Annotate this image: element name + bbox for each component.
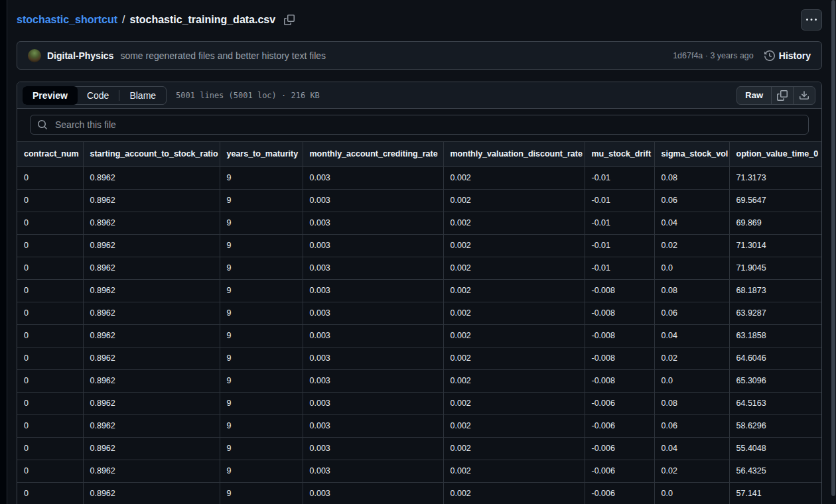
- table-cell: 0.04: [654, 324, 729, 347]
- table-cell: -0.008: [585, 324, 654, 347]
- table-cell: 0: [17, 212, 83, 234]
- table-cell: 69.869: [729, 212, 821, 234]
- table-cell: 65.3096: [729, 369, 821, 392]
- table-cell: -0.006: [585, 414, 654, 437]
- table-cell: 0.002: [443, 482, 585, 504]
- copy-icon: [777, 90, 788, 101]
- table-cell: 63.9287: [729, 302, 821, 324]
- tab-code[interactable]: Code: [77, 87, 119, 104]
- table-cell: 0.02: [654, 234, 729, 257]
- history-button[interactable]: History: [764, 50, 811, 61]
- commit-author[interactable]: Digital-Physics: [47, 50, 113, 61]
- table-cell: -0.008: [585, 279, 654, 302]
- pane-resize-divider[interactable]: [0, 0, 7, 504]
- table-cell: -0.006: [585, 460, 654, 482]
- table-cell: 0.08: [654, 279, 729, 302]
- table-cell: 0.8962: [83, 347, 220, 369]
- table-cell: 0.0: [654, 369, 729, 392]
- copy-path-button[interactable]: [284, 15, 295, 25]
- table-cell: 0.08: [654, 392, 729, 414]
- column-header: years_to_maturity: [220, 142, 303, 166]
- table-cell: 64.6046: [729, 347, 821, 369]
- table-cell: 0.003: [303, 257, 443, 279]
- table-cell: 0.003: [303, 324, 443, 347]
- file-meta-text: 5001 lines (5001 loc) · 216 KB: [176, 91, 320, 100]
- table-cell: 9: [220, 482, 303, 504]
- table-header-row: contract_numstarting_account_to_stock_ra…: [17, 142, 821, 166]
- table-cell: 0.003: [303, 437, 443, 460]
- table-cell: 0.002: [443, 392, 585, 414]
- table-cell: -0.008: [585, 369, 654, 392]
- commit-meta: 1d67f4a · 3 years ago History: [673, 50, 811, 61]
- table-cell: 0.003: [303, 414, 443, 437]
- raw-button[interactable]: Raw: [737, 87, 771, 104]
- table-cell: 0.002: [443, 324, 585, 347]
- table-cell: 0.003: [303, 347, 443, 369]
- avatar[interactable]: [28, 49, 41, 62]
- table-row: 00.896290.0030.002-0.010.0669.5647: [17, 189, 821, 212]
- table-cell: 0.003: [303, 482, 443, 504]
- more-options-button[interactable]: [801, 9, 822, 31]
- search-input[interactable]: [54, 119, 801, 131]
- table-cell: 57.141: [729, 482, 821, 504]
- table-cell: 0.8962: [83, 212, 220, 234]
- vertical-scrollbar[interactable]: [831, 0, 835, 496]
- table-cell: 0.003: [303, 369, 443, 392]
- table-row: 00.896290.0030.002-0.0060.0256.4325: [17, 460, 821, 482]
- table-cell: 0.003: [303, 392, 443, 414]
- download-icon: [799, 90, 809, 101]
- history-icon: [764, 50, 775, 61]
- column-header: monthly_valuation_discount_rate: [443, 142, 585, 166]
- table-cell: 0.002: [443, 166, 585, 189]
- table-cell: 0: [17, 392, 83, 414]
- table-cell: 0.003: [303, 302, 443, 324]
- commit-message[interactable]: some regenerated files and better histor…: [120, 50, 326, 61]
- commit-sha-time[interactable]: 1d67f4a · 3 years ago: [673, 51, 754, 60]
- table-row: 00.896290.0030.002-0.0080.0868.1873: [17, 279, 821, 302]
- table-cell: 9: [220, 257, 303, 279]
- download-button[interactable]: [794, 87, 815, 104]
- table-cell: 0.08: [654, 166, 729, 189]
- table-cell: 0.003: [303, 279, 443, 302]
- table-cell: 9: [220, 414, 303, 437]
- table-cell: 63.1858: [729, 324, 821, 347]
- table-cell: 0: [17, 460, 83, 482]
- table-cell: 0.002: [443, 234, 585, 257]
- table-cell: 0.003: [303, 234, 443, 257]
- table-cell: 68.1873: [729, 279, 821, 302]
- table-cell: 0.8962: [83, 189, 220, 212]
- table-cell: 9: [220, 234, 303, 257]
- table-cell: 71.3014: [729, 234, 821, 257]
- table-row: 00.896290.0030.002-0.0060.0455.4048: [17, 437, 821, 460]
- table-cell: 0: [17, 302, 83, 324]
- column-header: starting_account_to_stock_ratio: [83, 142, 220, 166]
- table-cell: 0: [17, 482, 83, 504]
- table-cell: 0.04: [654, 437, 729, 460]
- column-header: mu_stock_drift: [585, 142, 654, 166]
- table-row: 00.896290.0030.002-0.010.0271.3014: [17, 234, 821, 257]
- table-cell: -0.008: [585, 302, 654, 324]
- table-cell: 0.002: [443, 347, 585, 369]
- table-cell: 0.8962: [83, 414, 220, 437]
- copy-icon: [284, 15, 295, 25]
- table-row: 00.896290.0030.002-0.010.071.9045: [17, 257, 821, 279]
- table-cell: 0.0: [654, 257, 729, 279]
- tab-blame[interactable]: Blame: [119, 87, 166, 104]
- repo-link[interactable]: stochastic_shortcut: [17, 14, 117, 26]
- column-header: option_value_time_0: [729, 142, 821, 166]
- table-cell: 0: [17, 279, 83, 302]
- table-cell: 9: [220, 324, 303, 347]
- table-cell: 0.8962: [83, 234, 220, 257]
- copy-file-button[interactable]: [772, 87, 793, 104]
- table-cell: 9: [220, 460, 303, 482]
- table-cell: 9: [220, 279, 303, 302]
- table-cell: 9: [220, 392, 303, 414]
- search-box[interactable]: [30, 115, 809, 135]
- table-cell: 0.8962: [83, 392, 220, 414]
- table-cell: 9: [220, 189, 303, 212]
- table-cell: 0: [17, 347, 83, 369]
- tab-preview[interactable]: Preview: [23, 86, 78, 105]
- table-cell: -0.01: [585, 257, 654, 279]
- table-row: 00.896290.0030.002-0.0060.0864.5163: [17, 392, 821, 414]
- table-cell: -0.01: [585, 189, 654, 212]
